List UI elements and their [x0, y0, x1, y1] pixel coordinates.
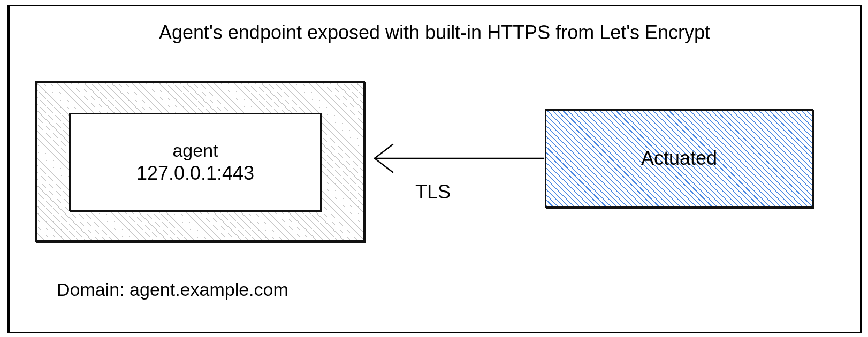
domain-prefix: Domain:	[57, 279, 130, 300]
server-box: agent 127.0.0.1:443	[35, 81, 365, 242]
domain-value: agent.example.com	[130, 279, 288, 300]
svg-line-1	[375, 144, 393, 158]
agent-address-label: 127.0.0.1:443	[136, 162, 254, 185]
diagram-frame: Agent's endpoint exposed with built-in H…	[7, 5, 862, 333]
diagram-title: Agent's endpoint exposed with built-in H…	[9, 21, 861, 44]
actuated-label: Actuated	[638, 147, 720, 170]
actuated-box: Actuated	[545, 109, 813, 208]
domain-label: Domain: agent.example.com	[57, 279, 288, 300]
tls-arrow-icon	[363, 137, 545, 180]
agent-name-label: agent	[172, 140, 218, 162]
svg-line-2	[375, 158, 393, 172]
agent-box: agent 127.0.0.1:443	[69, 113, 322, 211]
connector-label: TLS	[415, 181, 451, 203]
